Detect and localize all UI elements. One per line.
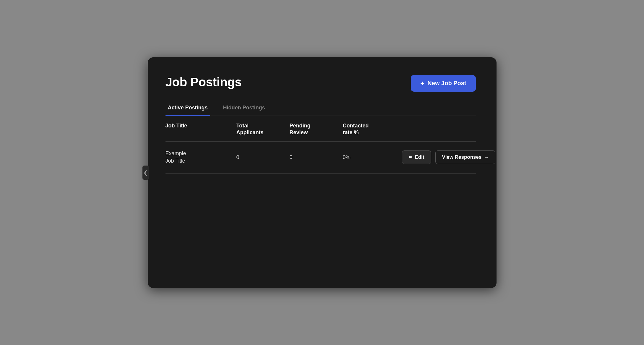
table-row: ExampleJob Title 0 0 0% ✏ Edit View Resp… bbox=[166, 142, 476, 173]
arrow-right-icon: → bbox=[484, 155, 489, 160]
col-header-pending-review: PendingReview bbox=[290, 122, 343, 136]
pencil-icon: ✏ bbox=[409, 155, 413, 160]
col-header-total-applicants: TotalApplicants bbox=[236, 122, 290, 136]
cell-total-applicants: 0 bbox=[236, 154, 290, 161]
col-header-job-title: Job Title bbox=[166, 122, 236, 136]
cell-job-title: ExampleJob Title bbox=[166, 150, 236, 165]
chevron-left-icon: ❮ bbox=[143, 169, 148, 176]
tab-active-postings[interactable]: Active Postings bbox=[166, 101, 210, 116]
cell-contacted-rate: 0% bbox=[343, 154, 402, 161]
page-title: Job Postings bbox=[166, 75, 242, 89]
job-postings-table: Job Title TotalApplicants PendingReview … bbox=[166, 116, 476, 174]
sidebar-toggle[interactable]: ❮ bbox=[142, 166, 149, 180]
new-job-post-label: New Job Post bbox=[427, 80, 466, 87]
col-header-actions bbox=[402, 122, 476, 136]
new-job-post-button[interactable]: + New Job Post bbox=[411, 75, 476, 92]
edit-button[interactable]: ✏ Edit bbox=[402, 150, 431, 164]
plus-icon: + bbox=[420, 80, 424, 87]
edit-label: Edit bbox=[415, 154, 424, 160]
page-header: Job Postings + New Job Post bbox=[166, 75, 476, 92]
main-panel: ❮ Job Postings + New Job Post Active Pos… bbox=[148, 57, 497, 288]
table-header: Job Title TotalApplicants PendingReview … bbox=[166, 116, 476, 142]
tab-hidden-postings[interactable]: Hidden Postings bbox=[221, 101, 267, 116]
cell-pending-review: 0 bbox=[290, 154, 343, 161]
view-responses-label: View Responses bbox=[442, 154, 482, 160]
col-header-contacted-rate: Contactedrate % bbox=[343, 122, 402, 136]
view-responses-button[interactable]: View Responses → bbox=[435, 150, 496, 164]
tabs-container: Active Postings Hidden Postings bbox=[166, 101, 476, 116]
cell-actions: ✏ Edit View Responses → bbox=[402, 150, 496, 164]
